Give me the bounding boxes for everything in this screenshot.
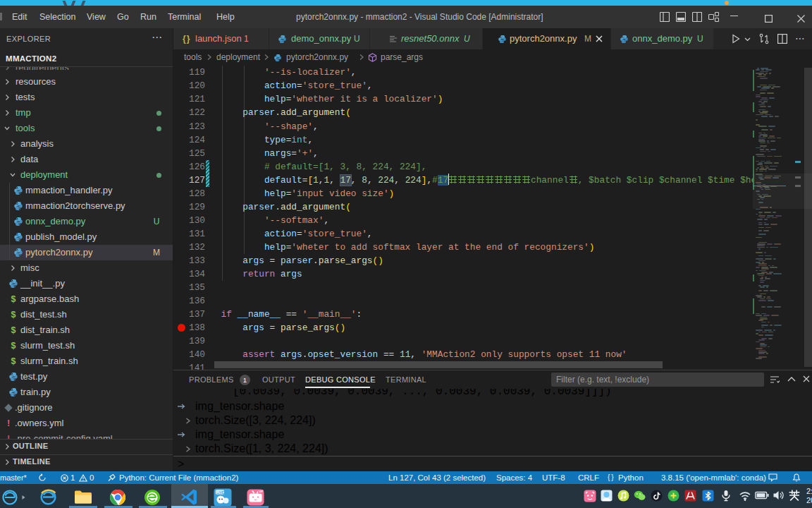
svg-text:LIVE: LIVE [216, 490, 225, 495]
svg-text:UP: UP [259, 490, 263, 493]
